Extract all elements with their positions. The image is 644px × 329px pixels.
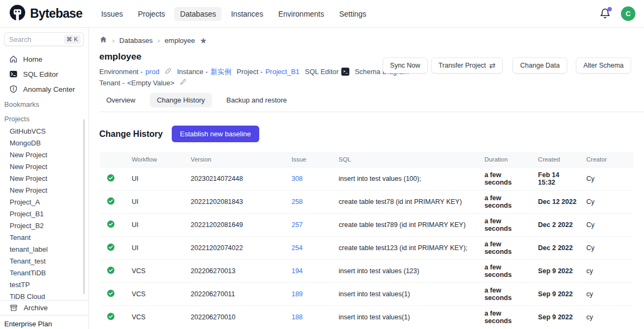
version-cell: 202206270013: [186, 260, 287, 283]
sidebar-project-item[interactable]: Project_A: [0, 196, 89, 208]
sidebar-project-item[interactable]: New Project: [0, 149, 89, 161]
duration-cell: a few seconds: [480, 283, 534, 306]
created-cell: Sep 9 2022: [534, 260, 582, 283]
status-cell: [100, 237, 128, 260]
sidebar-item-archive[interactable]: Archive: [0, 301, 89, 315]
created-cell: Feb 14 15:32: [534, 167, 582, 191]
bytebase-brand[interactable]: Bytebase: [9, 4, 82, 24]
search-input[interactable]: [9, 35, 64, 43]
nav-menu-item[interactable]: Issues: [95, 7, 128, 21]
sidebar-project-item[interactable]: Project_B2: [0, 220, 89, 232]
table-row[interactable]: UI 20230214072448 308 insert into test v…: [100, 167, 634, 191]
column-header: Created: [534, 152, 582, 167]
issue-link[interactable]: 257: [291, 221, 303, 229]
sidebar-scrollbar[interactable]: [83, 119, 85, 294]
table-row[interactable]: VCS 202206270011 189 insert into test va…: [100, 283, 634, 306]
transfer-project-button[interactable]: Transfer Project ⇄: [431, 57, 503, 74]
sync-now-button[interactable]: Sync Now: [383, 57, 428, 74]
environment-link[interactable]: prod: [145, 66, 159, 77]
notification-bell-icon[interactable]: [599, 8, 611, 20]
sidebar-project-item[interactable]: Tenant: [0, 232, 89, 244]
nav-menu-item[interactable]: Instances: [225, 7, 269, 21]
project-meta: Project - Project_B1: [237, 66, 299, 77]
issue-link[interactable]: 194: [291, 267, 303, 275]
table-row[interactable]: UI 20221202081843 258 create table test7…: [100, 191, 634, 214]
sidebar-project-item[interactable]: New Project: [0, 185, 89, 196]
sidebar-project-item[interactable]: MongoDB: [0, 137, 89, 149]
sidebar-project-item[interactable]: tenant_label: [0, 244, 89, 255]
sidebar-project-item[interactable]: New Project: [0, 161, 89, 173]
sidebar-item-home[interactable]: Home: [0, 52, 89, 67]
sidebar-project-item[interactable]: TenantTiDB: [0, 267, 89, 279]
tab[interactable]: Change History: [150, 93, 212, 107]
workflow-cell: UI: [127, 237, 186, 260]
bookmarks-section-label: Bookmarks: [0, 97, 89, 111]
edit-pen-icon[interactable]: [165, 66, 172, 77]
nav-menu-item[interactable]: Environments: [272, 7, 330, 21]
instance-link[interactable]: 新实例: [210, 66, 231, 77]
project-link[interactable]: Project_B1: [265, 66, 299, 77]
table-row[interactable]: VCS 202206270013 194 insert into test va…: [100, 260, 634, 283]
issue-link[interactable]: 254: [291, 244, 303, 252]
created-cell: Dec 12 2022: [534, 191, 582, 214]
tab[interactable]: Overview: [99, 93, 142, 107]
creator-cell: cy: [582, 283, 634, 306]
sql-cell: insert into test values (100);: [334, 167, 480, 191]
version-cell: 202206270010: [186, 306, 287, 329]
success-check-icon: [107, 222, 115, 230]
sidebar-project-item[interactable]: GitHubVCS: [0, 126, 89, 137]
edit-pencil-icon[interactable]: [180, 77, 187, 89]
button-label: Alter Schema: [583, 62, 624, 69]
workflow-cell: UI: [127, 191, 186, 214]
sql-cell: insert into test values (123): [334, 260, 480, 283]
sidebar-project-item[interactable]: Tenant_test: [0, 255, 89, 267]
main-menu: Issues Projects Databases Instances Envi…: [95, 7, 372, 21]
sql-editor-shortcut[interactable]: SQL Editor >_: [305, 66, 349, 77]
sidebar-bottom: Archive Enterprise Plan: [0, 300, 89, 329]
table-row[interactable]: VCS 202206270010 188 insert into test va…: [100, 306, 634, 329]
table-row[interactable]: UI 20221202081649 257 create table test7…: [100, 214, 634, 237]
user-avatar[interactable]: C: [621, 6, 635, 21]
nav-menu-item[interactable]: Projects: [132, 7, 171, 21]
tab[interactable]: Backup and restore: [219, 93, 294, 107]
created-cell: Sep 9 2022: [534, 283, 582, 306]
success-check-icon: [107, 291, 115, 299]
sidebar-project-item[interactable]: New Project: [0, 173, 89, 185]
bookmark-star-icon[interactable]: ★: [200, 36, 207, 45]
duration-cell: a few seconds: [480, 306, 534, 329]
breadcrumb-databases[interactable]: Databases: [119, 36, 152, 45]
issue-link[interactable]: 308: [291, 175, 303, 182]
sidebar-item-sql-editor[interactable]: SQL Editor: [0, 67, 89, 82]
success-check-icon: [107, 268, 115, 276]
sidebar-item-label: Anomaly Center: [23, 85, 75, 93]
workflow-cell: UI: [127, 167, 186, 191]
issue-link[interactable]: 258: [291, 198, 303, 206]
plan-label: Enterprise Plan: [0, 316, 89, 329]
nav-menu-item[interactable]: Settings: [333, 7, 372, 21]
sidebar-project-item[interactable]: Project_B1: [0, 208, 89, 220]
sidebar-project-item[interactable]: testTP: [0, 279, 89, 291]
breadcrumb-home-icon[interactable]: [99, 35, 107, 45]
sidebar-item-anomaly-center[interactable]: Anomaly Center: [0, 82, 89, 97]
table-row[interactable]: UI 20221202074022 254 create table test1…: [100, 237, 634, 260]
created-cell: Sep 9 2022: [534, 306, 582, 329]
issue-link[interactable]: 189: [291, 290, 303, 298]
issue-link[interactable]: 188: [291, 313, 303, 321]
home-icon: [9, 55, 18, 63]
search-box[interactable]: ⌘ K: [4, 32, 84, 46]
duration-cell: a few seconds: [480, 260, 534, 283]
establish-baseline-button[interactable]: Establish new baseline: [172, 126, 259, 142]
instance-meta: Instance - 新实例: [177, 66, 231, 77]
success-check-icon: [107, 199, 115, 207]
success-check-icon: [107, 245, 115, 253]
breadcrumb-employee[interactable]: employee: [165, 36, 195, 45]
sql-editor-icon: [9, 70, 18, 78]
nav-menu-item[interactable]: Databases: [174, 7, 222, 21]
change-data-button[interactable]: Change Data: [513, 57, 567, 74]
projects-list: GitHubVCS MongoDB New Project New Projec…: [0, 126, 89, 303]
tenant-label: Tenant -: [99, 77, 125, 89]
alter-schema-button[interactable]: Alter Schema: [576, 57, 631, 74]
table-header: Workflow Version Issue SQL Duration Crea…: [100, 152, 634, 167]
sql-cell: create table test78 (id int PRIMARY KEY): [334, 191, 480, 214]
sidebar: ⌘ K Home SQL Editor: [0, 28, 89, 329]
